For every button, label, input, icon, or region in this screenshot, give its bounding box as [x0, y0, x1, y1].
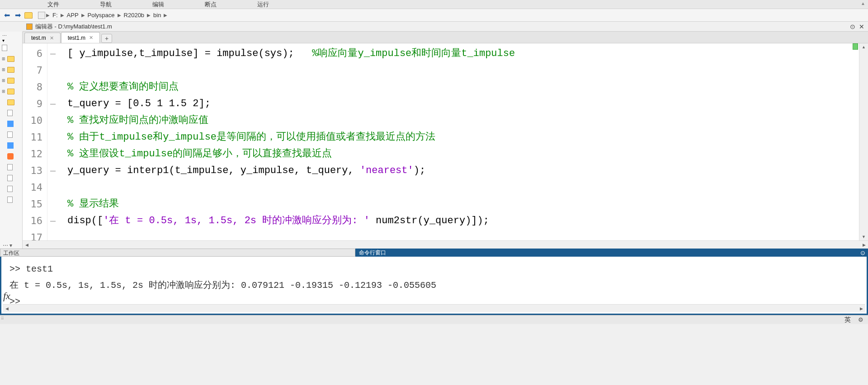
- panel-titles: 工作区 命令行窗口 ⊙: [0, 249, 868, 257]
- editor-vscrollbar[interactable]: ▲ ▼: [859, 43, 868, 240]
- drive-icon: [38, 12, 45, 19]
- sidebar-new-file[interactable]: [0, 42, 22, 53]
- editor-minimize-icon[interactable]: ⊙: [850, 23, 855, 30]
- editor-hscrollbar[interactable]: ◀ ▶: [23, 240, 868, 249]
- menubar: 文件 导航 编辑 断点 运行 ▲: [0, 0, 868, 9]
- scroll-right-icon[interactable]: ▶: [860, 241, 868, 249]
- sidebar-folder-5[interactable]: [0, 97, 22, 108]
- menubar-expand-icon[interactable]: ▲: [861, 1, 865, 6]
- sidebar-file-5[interactable]: [0, 183, 22, 194]
- tab-test1[interactable]: test1.m ✕: [61, 32, 100, 43]
- editor-area: test.m ✕ test1.m ✕ + 6789101112131415161…: [23, 32, 868, 249]
- command-window-title[interactable]: 命令行窗口 ⊙: [355, 249, 868, 257]
- command-hscrollbar[interactable]: ◀ ▶: [3, 304, 865, 312]
- breadcrumb-sep: ▶: [117, 13, 122, 18]
- scroll-up-icon[interactable]: ▲: [859, 43, 868, 51]
- breadcrumb-item-0[interactable]: F:: [51, 11, 60, 19]
- workspace-title[interactable]: 工作区: [0, 249, 355, 257]
- editor-close-icon[interactable]: ✕: [859, 23, 864, 30]
- gear-icon[interactable]: ⚙: [858, 316, 863, 323]
- menu-edit[interactable]: 编辑: [132, 0, 184, 9]
- sidebar-icon-3[interactable]: [0, 151, 22, 162]
- breadcrumb-sep: ▶: [163, 13, 168, 18]
- fx-icon[interactable]: fx: [3, 290, 10, 302]
- breadcrumb-sep: ▶: [45, 13, 51, 18]
- sidebar-file-1[interactable]: [0, 108, 22, 118]
- tab-test[interactable]: test.m ✕: [24, 33, 61, 43]
- sidebar-file-3[interactable]: [0, 162, 22, 173]
- tab-close-icon[interactable]: ✕: [89, 35, 93, 41]
- breadcrumb-item-1[interactable]: APP: [65, 11, 80, 19]
- editor-file-icon: [26, 23, 33, 30]
- scroll-right-icon[interactable]: ▶: [857, 305, 865, 312]
- language-indicator[interactable]: 英: [844, 316, 851, 324]
- menu-run[interactable]: 运行: [237, 0, 289, 9]
- navbar: ⬅ ➡ ▶ F: ▶ APP ▶ Polyspace ▶ R2020b ▶ bi…: [0, 9, 868, 22]
- menu-file[interactable]: 文件: [27, 0, 80, 9]
- tab-label: test1.m: [68, 35, 85, 41]
- tab-label: test.m: [31, 35, 46, 41]
- sidebar-folder-4[interactable]: ⊞: [0, 86, 22, 97]
- breadcrumb-sep: ▶: [60, 13, 65, 18]
- breadcrumb-item-4[interactable]: bin: [151, 11, 163, 19]
- sidebar-folder-1[interactable]: ⊞: [0, 53, 22, 64]
- sidebar-more-icon[interactable]: ⋯ ▾: [0, 242, 22, 249]
- nav-up-icon[interactable]: [24, 10, 33, 20]
- code-content[interactable]: [ y_impulse,t_impulse] = impulse(sys); %…: [62, 43, 859, 240]
- tab-close-icon[interactable]: ✕: [50, 35, 54, 41]
- line-markers: — — — —: [47, 43, 62, 240]
- menu-nav[interactable]: 导航: [80, 0, 132, 9]
- sidebar-file-2[interactable]: [0, 129, 22, 140]
- command-window[interactable]: >> test1在 t = 0.5s, 1s, 1.5s, 2s 时的冲激响应分…: [0, 257, 868, 315]
- editor-tabs: test.m ✕ test1.m ✕ +: [23, 32, 868, 43]
- command-title-text: 命令行窗口: [359, 249, 386, 257]
- sidebar-icon-2[interactable]: [0, 140, 22, 151]
- resize-grip-icon[interactable]: ⠿: [1, 316, 3, 321]
- command-dropdown-icon[interactable]: ⊙: [860, 249, 865, 256]
- scroll-left-icon[interactable]: ◀: [23, 241, 31, 249]
- tab-add-button[interactable]: +: [101, 34, 112, 43]
- code-status-indicator: [853, 43, 858, 50]
- breadcrumb-item-3[interactable]: R2020b: [122, 11, 146, 19]
- sidebar-folder-2[interactable]: ⊞: [0, 64, 22, 75]
- scroll-down-icon[interactable]: ▼: [859, 233, 868, 240]
- scroll-left-icon[interactable]: ◀: [3, 305, 11, 312]
- code-editor[interactable]: 6789101112131415161718 — — — — [ y_impul…: [23, 43, 868, 240]
- sidebar-file-4[interactable]: [0, 173, 22, 183]
- breadcrumb-sep: ▶: [80, 13, 86, 18]
- file-browser-sidebar: ⋯ ▾ ⊞ ⊞ ⊞ ⊞ ⋯ ▾: [0, 32, 23, 249]
- menu-breakpoint[interactable]: 断点: [184, 0, 237, 9]
- sidebar-folder-3[interactable]: ⊞: [0, 75, 22, 86]
- sidebar-icon-1[interactable]: [0, 118, 22, 129]
- sidebar-dots-top[interactable]: ⋯ ▾: [0, 33, 9, 42]
- editor-title-text: 编辑器 - D:\myMatlab\test1.m: [35, 23, 112, 31]
- nav-forward-icon[interactable]: ➡: [13, 10, 23, 20]
- status-bar: ⠿ 英 ⚙: [0, 315, 868, 324]
- breadcrumb-sep: ▶: [146, 13, 151, 18]
- sidebar-file-6[interactable]: [0, 194, 22, 205]
- line-numbers: 6789101112131415161718: [23, 43, 47, 240]
- breadcrumb: ▶ F: ▶ APP ▶ Polyspace ▶ R2020b ▶ bin ▶: [38, 11, 168, 19]
- command-output[interactable]: >> test1在 t = 0.5s, 1s, 1.5s, 2s 时的冲激响应分…: [1, 257, 867, 304]
- nav-back-icon[interactable]: ⬅: [2, 10, 12, 20]
- editor-titlebar: 编辑器 - D:\myMatlab\test1.m ⊙ ✕: [23, 22, 868, 32]
- breadcrumb-item-2[interactable]: Polyspace: [86, 11, 117, 19]
